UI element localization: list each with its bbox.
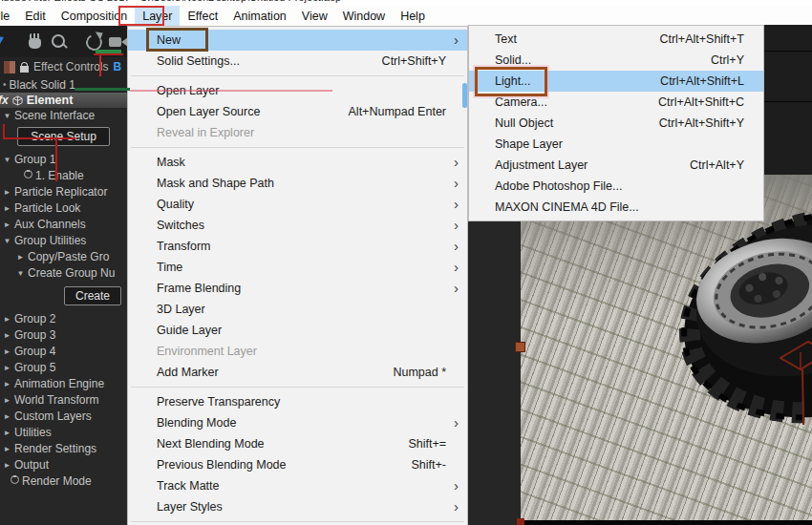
menu-bar-item[interactable]: Edit — [17, 6, 53, 26]
submenu-item[interactable]: Camera... Ctrl+Alt+Shift+C — [469, 92, 763, 113]
submenu-item[interactable]: MAXON CINEMA 4D File... — [469, 197, 763, 218]
submenu-item-label: Light... — [495, 74, 531, 88]
effect-property-row[interactable]: Render Settings — [0, 441, 127, 457]
menu-bar-item[interactable]: Window — [335, 6, 393, 26]
bullet-icon: • — [3, 79, 7, 90]
menu-bar-item[interactable]: Composition — [53, 6, 135, 26]
menu-item[interactable] — [131, 521, 464, 522]
menu-bar-item[interactable]: Help — [393, 6, 433, 26]
menu-item-shortcut: Alt+Numpad Enter — [349, 105, 461, 118]
menu-item[interactable] — [131, 147, 464, 148]
effect-property-row[interactable]: Particle Replicator — [0, 184, 127, 200]
menu-item[interactable]: Time — [128, 257, 467, 278]
menu-item[interactable]: New — [128, 30, 467, 51]
row-glyph-icon — [0, 152, 14, 168]
effect-property-row[interactable]: Group Utilities — [0, 233, 127, 249]
effect-property-row[interactable]: Group 1 — [0, 152, 127, 168]
row-label: Custom Layers — [14, 409, 92, 425]
window-title: Adobe After Effects CC 2017 - C:\Users\N… — [0, 0, 341, 3]
submenu-item[interactable]: Null Object Ctrl+Alt+Shift+Y — [469, 113, 763, 134]
menu-item[interactable]: Frame Blending — [128, 278, 467, 299]
effect-property-row[interactable]: Copy/Paste Gro — [0, 249, 127, 265]
effect-controls-tab[interactable]: Effect Controls B — [0, 57, 127, 76]
row-glyph-icon — [0, 425, 14, 441]
submenu-item[interactable]: Text Ctrl+Alt+Shift+T — [469, 29, 763, 50]
menu-item[interactable] — [131, 387, 464, 388]
menu-item[interactable]: Blending Mode — [128, 412, 467, 433]
3d-axis-gizmo[interactable] — [521, 175, 812, 520]
submenu-item-label: Solid... — [495, 53, 531, 67]
menu-item-label: Switches — [157, 219, 204, 232]
row-glyph-icon — [0, 392, 14, 409]
menu-item-label: Blending Mode — [157, 416, 236, 430]
menu-item[interactable]: Open Layer — [128, 80, 467, 101]
effect-property-row[interactable]: Custom Layers — [0, 409, 127, 425]
submenu-item[interactable]: Light... Ctrl+Alt+Shift+L — [469, 71, 763, 92]
tool-icon[interactable] — [107, 31, 127, 53]
menu-item-label: Transform — [157, 240, 211, 253]
submenu-item-label: Adjustment Layer — [495, 158, 588, 172]
menu-bar-item[interactable]: File — [0, 6, 17, 26]
submenu-item[interactable]: Adobe Photoshop File... — [469, 176, 763, 197]
menu-bar-item-label: Help — [400, 10, 425, 23]
submenu-item[interactable]: Adjustment Layer Ctrl+Alt+Y — [469, 155, 763, 176]
menu-item[interactable]: Reveal in Explorer — [128, 122, 467, 143]
effect-property-row[interactable]: Render Mode — [0, 473, 127, 490]
effect-property-row[interactable]: Group 2 — [0, 311, 127, 327]
menu-item[interactable]: Layer Styles — [128, 496, 467, 517]
menu-bar-item[interactable]: Animation — [225, 6, 294, 26]
effect-property-row[interactable]: Output — [0, 457, 127, 473]
menu-item[interactable]: Open Layer Source Alt+Numpad Enter — [128, 101, 467, 122]
effect-property-row[interactable]: Group 5 — [0, 360, 127, 376]
menu-item[interactable]: Guide Layer — [128, 320, 467, 341]
effect-property-row[interactable]: 1. Enable — [0, 168, 127, 184]
row-glyph-icon — [0, 360, 14, 376]
menu-bar-item[interactable]: Layer — [135, 6, 180, 26]
panel-divider — [764, 101, 812, 102]
menu-item[interactable]: Mask and Shape Path — [128, 173, 467, 194]
effect-property-row[interactable]: World Transform — [0, 392, 127, 409]
menu-item[interactable]: Switches — [128, 215, 467, 236]
menu-bar-item-label: Composition — [61, 10, 127, 23]
submenu-item-shortcut: Ctrl+Alt+Shift+C — [658, 95, 758, 109]
submenu-item-label: Text — [495, 32, 517, 46]
menu-item[interactable]: Solid Settings... Ctrl+Shift+Y — [128, 51, 467, 72]
effect-header-element[interactable]: fx Element — [0, 93, 127, 108]
target-layer-row[interactable]: • Black Solid 1 — [0, 76, 127, 93]
menu-item[interactable]: Track Matte — [128, 475, 467, 496]
menu-item-label: Open Layer Source — [157, 105, 260, 118]
menu-item[interactable]: Previous Blending Mode Shift+- — [128, 454, 467, 475]
effect-property-row[interactable]: Create — [0, 286, 121, 305]
menu-bar-item-label: Effect — [187, 10, 218, 23]
row-glyph-icon — [0, 233, 14, 249]
effect-property-row[interactable]: Particle Look — [0, 200, 127, 217]
effect-property-row[interactable]: Scene Setup — [0, 127, 127, 146]
tool-icon[interactable] — [24, 31, 46, 53]
effect-property-row[interactable]: Aux Channels — [0, 217, 127, 233]
effect-property-row[interactable]: Scene Interface — [0, 108, 127, 124]
menu-item[interactable]: 3D Layer — [128, 299, 467, 320]
tool-icon[interactable] — [83, 31, 105, 53]
effect-property-row[interactable]: Group 4 — [0, 344, 127, 360]
effect-property-row[interactable]: Group 3 — [0, 327, 127, 344]
lock-icon[interactable] — [20, 66, 29, 73]
menu-item[interactable]: Environment Layer — [128, 341, 467, 362]
menu-item[interactable]: Quality — [128, 194, 467, 215]
effect-property-row[interactable]: Create Group Nu — [0, 265, 127, 282]
menu-bar-item[interactable]: View — [294, 6, 335, 26]
menu-item-label: Mask and Shape Path — [157, 177, 274, 190]
menu-item[interactable]: Mask — [128, 152, 467, 173]
menu-item[interactable]: Transform — [128, 236, 467, 257]
tool-icon[interactable] — [0, 31, 22, 53]
menu-item[interactable]: Next Blending Mode Shift+= — [128, 433, 467, 454]
submenu-item[interactable]: Shape Layer — [469, 134, 763, 155]
composition-viewport[interactable] — [521, 175, 812, 520]
menu-item[interactable]: Add Marker Numpad * — [128, 362, 467, 383]
submenu-item[interactable]: Solid... Ctrl+Y — [469, 50, 763, 71]
menu-item[interactable]: Preserve Transparency — [128, 391, 467, 412]
tool-icon[interactable] — [48, 31, 70, 53]
menu-item[interactable] — [131, 75, 464, 76]
effect-property-row[interactable]: Utilities — [0, 425, 127, 441]
menu-bar-item[interactable]: Effect — [180, 6, 225, 26]
effect-property-row[interactable]: Animation Engine — [0, 376, 127, 392]
